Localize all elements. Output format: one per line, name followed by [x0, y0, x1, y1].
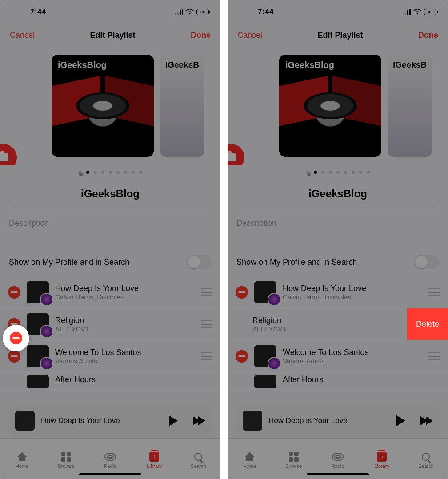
song-artist: Calvin Harris, Disciples	[283, 293, 422, 301]
tab-home[interactable]: Home	[228, 439, 272, 479]
remove-icon[interactable]	[236, 350, 248, 363]
home-indicator[interactable]	[79, 473, 141, 475]
remove-icon[interactable]	[8, 350, 20, 363]
song-artwork	[254, 375, 276, 388]
song-row: ReligionALLEYCVT	[0, 308, 220, 340]
play-icon[interactable]	[169, 415, 178, 426]
description-field[interactable]: Description	[228, 209, 448, 237]
song-list: How Deep Is Your LoveCalvin Harris, Disc…	[228, 276, 448, 390]
page-title: Edit Playlist	[90, 31, 135, 40]
show-on-profile-label: Show on My Profile and in Search	[236, 258, 357, 267]
camera-icon	[228, 153, 236, 161]
battery-icon: 35	[424, 9, 436, 15]
playlist-name-field[interactable]: iGeeksBlog	[228, 179, 448, 209]
delete-button[interactable]: Delete	[407, 308, 448, 340]
remove-icon[interactable]	[8, 286, 20, 299]
camera-icon	[0, 153, 8, 161]
tab-search[interactable]: Search	[176, 439, 220, 479]
done-button[interactable]: Done	[191, 31, 211, 40]
tab-label: Radio	[332, 463, 344, 469]
playlist-cover-alt[interactable]: iGeeksB	[388, 55, 432, 157]
cancel-button[interactable]: Cancel	[10, 31, 35, 40]
song-row: How Deep Is Your LoveCalvin Harris, Disc…	[0, 276, 220, 308]
cover-carousel[interactable]: iGeeksBlog iGeeksB	[0, 46, 220, 165]
status-time: 7:44	[258, 8, 274, 16]
tab-label: Search	[418, 463, 434, 469]
reorder-grip-icon[interactable]	[428, 352, 440, 360]
library-icon	[149, 452, 159, 462]
song-artist: ALLEYCVT	[55, 325, 195, 333]
playlist-name-field[interactable]: iGeeksBlog	[0, 179, 220, 209]
highlight-remove-religion	[3, 325, 29, 351]
signal-icon	[175, 9, 183, 15]
wifi-icon	[186, 9, 194, 15]
now-playing-art	[243, 411, 262, 431]
song-row: Welcome To Los SantosVarious Artists	[228, 340, 448, 372]
reorder-grip-icon[interactable]	[201, 352, 212, 360]
status-bar: 7:44 35	[228, 0, 448, 24]
play-icon[interactable]	[396, 415, 405, 426]
tab-label: Library	[147, 463, 162, 469]
cover-title: iGeeksBlog	[285, 60, 334, 70]
now-playing-bar[interactable]: How Deep Is Your Love	[236, 405, 440, 436]
cancel-button[interactable]: Cancel	[237, 31, 262, 40]
song-row: After Hours	[0, 372, 220, 390]
song-list: How Deep Is Your LoveCalvin Harris, Disc…	[0, 276, 220, 390]
now-playing-art	[15, 411, 35, 431]
page-dots[interactable]: ▣	[0, 165, 220, 179]
remove-icon[interactable]	[236, 286, 248, 299]
playlist-cover-alt[interactable]: iGeeksB	[160, 55, 204, 157]
search-icon	[422, 453, 430, 461]
battery-icon: 35	[196, 9, 209, 15]
reorder-grip-icon[interactable]	[201, 320, 212, 328]
status-bar: 7:44 35	[0, 0, 220, 24]
show-on-profile-toggle[interactable]	[187, 255, 212, 269]
tab-home[interactable]: Home	[0, 439, 44, 479]
home-icon	[17, 452, 27, 461]
search-icon	[194, 453, 202, 461]
radio-icon	[104, 453, 116, 461]
fast-forward-icon[interactable]	[195, 416, 205, 425]
song-artwork	[254, 281, 276, 303]
done-button[interactable]: Done	[418, 31, 438, 40]
tab-search[interactable]: Search	[404, 439, 448, 479]
playlist-cover-main[interactable]: iGeeksBlog	[52, 55, 154, 157]
tab-label: Search	[191, 463, 206, 469]
playlist-cover-main[interactable]: iGeeksBlog	[279, 55, 381, 157]
tab-label: Radio	[104, 463, 117, 469]
remove-icon[interactable]	[10, 332, 22, 344]
home-icon	[245, 452, 255, 461]
reorder-grip-icon[interactable]	[428, 288, 440, 296]
page-title: Edit Playlist	[317, 31, 363, 40]
radio-icon	[332, 453, 344, 461]
cover-title: iGeeksBlog	[58, 60, 107, 70]
camera-photo-button[interactable]	[0, 144, 17, 165]
home-indicator[interactable]	[307, 473, 369, 475]
cover-carousel[interactable]: iGeeksBlog iGeeksB	[228, 46, 448, 165]
nav-header: Cancel Edit Playlist Done	[228, 24, 448, 46]
song-artwork	[254, 345, 276, 367]
song-artwork	[27, 313, 49, 335]
song-row-swiped: ReligionALLEYCVT Delete	[228, 308, 448, 340]
nav-header: Cancel Edit Playlist Done	[0, 24, 220, 46]
song-title: After Hours	[283, 375, 443, 384]
camera-photo-button[interactable]	[228, 144, 244, 165]
reorder-grip-icon[interactable]	[201, 288, 212, 296]
camera-dot-icon: ▣	[306, 171, 309, 174]
page-dots[interactable]: ▣	[228, 165, 448, 179]
now-playing-bar[interactable]: How Deep Is Your Love	[8, 405, 212, 436]
fast-forward-icon[interactable]	[422, 416, 433, 425]
description-field[interactable]: Description	[0, 209, 220, 237]
song-row: How Deep Is Your LoveCalvin Harris, Disc…	[228, 276, 448, 308]
show-on-profile-row: Show on My Profile and in Search	[0, 248, 220, 276]
status-time: 7:44	[30, 8, 46, 16]
status-icons: 35	[175, 9, 209, 15]
show-on-profile-toggle[interactable]	[414, 255, 439, 269]
browse-icon	[61, 452, 71, 462]
song-title: How Deep Is Your Love	[283, 284, 422, 293]
song-artist: Various Artists	[283, 357, 422, 365]
browse-icon	[289, 452, 299, 462]
song-artist: Calvin Harris, Disciples	[55, 293, 195, 301]
show-on-profile-label: Show on My Profile and in Search	[9, 258, 129, 267]
song-artwork	[27, 375, 49, 388]
